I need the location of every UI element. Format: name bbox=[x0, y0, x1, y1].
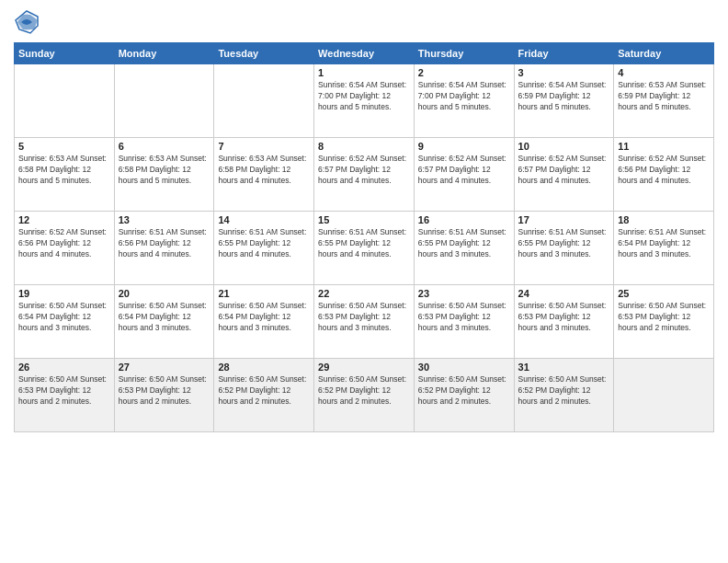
day-info: Sunrise: 6:52 AM Sunset: 6:57 PM Dayligh… bbox=[418, 154, 510, 187]
calendar-cell: 29Sunrise: 6:50 AM Sunset: 6:52 PM Dayli… bbox=[314, 359, 415, 432]
calendar-cell bbox=[15, 64, 115, 138]
calendar-week-row: 26Sunrise: 6:50 AM Sunset: 6:53 PM Dayli… bbox=[15, 359, 714, 432]
calendar-cell bbox=[614, 359, 714, 432]
calendar: SundayMondayTuesdayWednesdayThursdayFrid… bbox=[14, 42, 714, 432]
day-info: Sunrise: 6:51 AM Sunset: 6:54 PM Dayligh… bbox=[618, 227, 710, 260]
calendar-cell: 8Sunrise: 6:52 AM Sunset: 6:57 PM Daylig… bbox=[314, 138, 415, 212]
day-of-week-header: Monday bbox=[114, 43, 214, 64]
day-info: Sunrise: 6:50 AM Sunset: 6:53 PM Dayligh… bbox=[119, 374, 210, 408]
day-info: Sunrise: 6:50 AM Sunset: 6:54 PM Dayligh… bbox=[18, 301, 110, 334]
calendar-cell: 22Sunrise: 6:50 AM Sunset: 6:53 PM Dayli… bbox=[314, 285, 415, 359]
day-info: Sunrise: 6:53 AM Sunset: 6:58 PM Dayligh… bbox=[18, 154, 110, 187]
day-number: 21 bbox=[218, 288, 310, 299]
day-number: 3 bbox=[518, 67, 610, 78]
day-number: 14 bbox=[218, 214, 310, 225]
day-info: Sunrise: 6:54 AM Sunset: 7:00 PM Dayligh… bbox=[318, 80, 410, 113]
day-info: Sunrise: 6:52 AM Sunset: 6:56 PM Dayligh… bbox=[18, 227, 110, 260]
calendar-cell: 11Sunrise: 6:52 AM Sunset: 6:56 PM Dayli… bbox=[614, 138, 714, 212]
day-info: Sunrise: 6:53 AM Sunset: 6:58 PM Dayligh… bbox=[119, 154, 210, 187]
day-info: Sunrise: 6:51 AM Sunset: 6:55 PM Dayligh… bbox=[218, 227, 310, 260]
day-of-week-header: Sunday bbox=[15, 43, 115, 64]
day-number: 9 bbox=[418, 141, 510, 152]
calendar-cell: 17Sunrise: 6:51 AM Sunset: 6:55 PM Dayli… bbox=[514, 212, 614, 285]
calendar-cell: 15Sunrise: 6:51 AM Sunset: 6:55 PM Dayli… bbox=[314, 212, 415, 285]
day-number: 25 bbox=[618, 288, 710, 299]
day-info: Sunrise: 6:51 AM Sunset: 6:55 PM Dayligh… bbox=[518, 227, 610, 260]
calendar-cell: 31Sunrise: 6:50 AM Sunset: 6:52 PM Dayli… bbox=[514, 359, 614, 432]
day-number: 2 bbox=[418, 67, 510, 78]
calendar-cell: 9Sunrise: 6:52 AM Sunset: 6:57 PM Daylig… bbox=[414, 138, 514, 212]
day-info: Sunrise: 6:50 AM Sunset: 6:52 PM Dayligh… bbox=[218, 374, 310, 408]
day-info: Sunrise: 6:52 AM Sunset: 6:57 PM Dayligh… bbox=[518, 154, 610, 187]
day-info: Sunrise: 6:53 AM Sunset: 6:58 PM Dayligh… bbox=[218, 154, 310, 187]
logo bbox=[14, 9, 43, 35]
day-number: 18 bbox=[618, 214, 710, 225]
calendar-cell: 23Sunrise: 6:50 AM Sunset: 6:53 PM Dayli… bbox=[414, 285, 514, 359]
calendar-cell: 16Sunrise: 6:51 AM Sunset: 6:55 PM Dayli… bbox=[414, 212, 514, 285]
day-number: 28 bbox=[218, 362, 310, 373]
day-number: 6 bbox=[119, 141, 210, 152]
day-of-week-header: Wednesday bbox=[314, 43, 415, 64]
calendar-header-row: SundayMondayTuesdayWednesdayThursdayFrid… bbox=[15, 43, 714, 64]
calendar-cell: 21Sunrise: 6:50 AM Sunset: 6:54 PM Dayli… bbox=[214, 285, 314, 359]
calendar-cell: 1Sunrise: 6:54 AM Sunset: 7:00 PM Daylig… bbox=[314, 64, 415, 138]
day-info: Sunrise: 6:51 AM Sunset: 6:56 PM Dayligh… bbox=[119, 227, 210, 260]
day-info: Sunrise: 6:50 AM Sunset: 6:54 PM Dayligh… bbox=[119, 301, 210, 334]
calendar-cell: 24Sunrise: 6:50 AM Sunset: 6:53 PM Dayli… bbox=[514, 285, 614, 359]
day-info: Sunrise: 6:53 AM Sunset: 6:59 PM Dayligh… bbox=[618, 80, 710, 113]
day-of-week-header: Tuesday bbox=[214, 43, 314, 64]
day-of-week-header: Thursday bbox=[414, 43, 514, 64]
calendar-cell: 19Sunrise: 6:50 AM Sunset: 6:54 PM Dayli… bbox=[15, 285, 115, 359]
day-number: 27 bbox=[119, 362, 210, 373]
day-info: Sunrise: 6:50 AM Sunset: 6:53 PM Dayligh… bbox=[418, 301, 510, 334]
day-info: Sunrise: 6:50 AM Sunset: 6:54 PM Dayligh… bbox=[218, 301, 310, 334]
day-number: 26 bbox=[18, 362, 110, 373]
day-info: Sunrise: 6:50 AM Sunset: 6:53 PM Dayligh… bbox=[18, 374, 110, 408]
day-of-week-header: Saturday bbox=[614, 43, 714, 64]
page: SundayMondayTuesdayWednesdayThursdayFrid… bbox=[0, 0, 728, 563]
calendar-cell: 5Sunrise: 6:53 AM Sunset: 6:58 PM Daylig… bbox=[15, 138, 115, 212]
day-info: Sunrise: 6:50 AM Sunset: 6:52 PM Dayligh… bbox=[518, 374, 610, 408]
day-number: 8 bbox=[318, 141, 410, 152]
day-info: Sunrise: 6:50 AM Sunset: 6:53 PM Dayligh… bbox=[618, 301, 710, 334]
day-number: 15 bbox=[318, 214, 410, 225]
day-number: 7 bbox=[218, 141, 310, 152]
calendar-cell: 28Sunrise: 6:50 AM Sunset: 6:52 PM Dayli… bbox=[214, 359, 314, 432]
calendar-week-row: 5Sunrise: 6:53 AM Sunset: 6:58 PM Daylig… bbox=[15, 138, 714, 212]
day-number: 23 bbox=[418, 288, 510, 299]
calendar-cell: 26Sunrise: 6:50 AM Sunset: 6:53 PM Dayli… bbox=[15, 359, 115, 432]
day-info: Sunrise: 6:51 AM Sunset: 6:55 PM Dayligh… bbox=[418, 227, 510, 260]
day-number: 12 bbox=[18, 214, 110, 225]
calendar-cell: 30Sunrise: 6:50 AM Sunset: 6:52 PM Dayli… bbox=[414, 359, 514, 432]
day-number: 11 bbox=[618, 141, 710, 152]
calendar-cell: 12Sunrise: 6:52 AM Sunset: 6:56 PM Dayli… bbox=[15, 212, 115, 285]
calendar-cell: 2Sunrise: 6:54 AM Sunset: 7:00 PM Daylig… bbox=[414, 64, 514, 138]
calendar-cell: 7Sunrise: 6:53 AM Sunset: 6:58 PM Daylig… bbox=[214, 138, 314, 212]
day-number: 31 bbox=[518, 362, 610, 373]
calendar-cell: 3Sunrise: 6:54 AM Sunset: 6:59 PM Daylig… bbox=[514, 64, 614, 138]
day-info: Sunrise: 6:50 AM Sunset: 6:53 PM Dayligh… bbox=[318, 301, 410, 334]
day-number: 30 bbox=[418, 362, 510, 373]
day-number: 20 bbox=[119, 288, 210, 299]
day-info: Sunrise: 6:54 AM Sunset: 7:00 PM Dayligh… bbox=[418, 80, 510, 113]
day-number: 13 bbox=[119, 214, 210, 225]
calendar-cell: 10Sunrise: 6:52 AM Sunset: 6:57 PM Dayli… bbox=[514, 138, 614, 212]
day-number: 17 bbox=[518, 214, 610, 225]
day-number: 24 bbox=[518, 288, 610, 299]
day-number: 5 bbox=[18, 141, 110, 152]
day-info: Sunrise: 6:50 AM Sunset: 6:52 PM Dayligh… bbox=[318, 374, 410, 408]
day-info: Sunrise: 6:52 AM Sunset: 6:57 PM Dayligh… bbox=[318, 154, 410, 187]
day-info: Sunrise: 6:50 AM Sunset: 6:53 PM Dayligh… bbox=[518, 301, 610, 334]
calendar-week-row: 19Sunrise: 6:50 AM Sunset: 6:54 PM Dayli… bbox=[15, 285, 714, 359]
calendar-cell bbox=[114, 64, 214, 138]
day-of-week-header: Friday bbox=[514, 43, 614, 64]
day-info: Sunrise: 6:50 AM Sunset: 6:52 PM Dayligh… bbox=[418, 374, 510, 408]
calendar-cell: 14Sunrise: 6:51 AM Sunset: 6:55 PM Dayli… bbox=[214, 212, 314, 285]
day-info: Sunrise: 6:51 AM Sunset: 6:55 PM Dayligh… bbox=[318, 227, 410, 260]
calendar-week-row: 12Sunrise: 6:52 AM Sunset: 6:56 PM Dayli… bbox=[15, 212, 714, 285]
calendar-cell: 4Sunrise: 6:53 AM Sunset: 6:59 PM Daylig… bbox=[614, 64, 714, 138]
calendar-cell: 18Sunrise: 6:51 AM Sunset: 6:54 PM Dayli… bbox=[614, 212, 714, 285]
day-number: 22 bbox=[318, 288, 410, 299]
day-info: Sunrise: 6:54 AM Sunset: 6:59 PM Dayligh… bbox=[518, 80, 610, 113]
calendar-cell: 27Sunrise: 6:50 AM Sunset: 6:53 PM Dayli… bbox=[114, 359, 214, 432]
